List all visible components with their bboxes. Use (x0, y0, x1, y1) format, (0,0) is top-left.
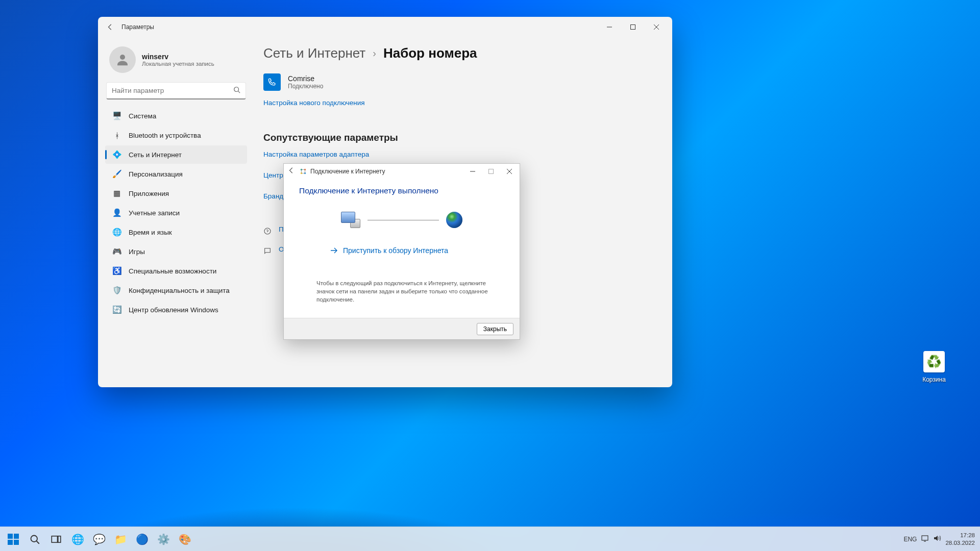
back-button[interactable] (104, 21, 116, 33)
nav-label: Игры (129, 248, 145, 256)
nav-label: Учетные записи (129, 209, 180, 217)
tray-date: 28.03.2022 (945, 539, 975, 546)
dialog-footer: Закрыть (284, 318, 520, 339)
avatar-icon (109, 46, 136, 73)
nav-label: Персонализация (129, 170, 183, 178)
taskbar: 🌐 💬 📁 🔵 ⚙️ 🎨 ENG 17:28 28.03.2022 (0, 527, 980, 551)
breadcrumb: Сеть и Интернет › Набор номера (263, 45, 654, 61)
sidebar-item-3[interactable]: 🖌️Персонализация (105, 165, 247, 183)
nav-icon: 🌐 (112, 228, 121, 237)
new-connection-link[interactable]: Настройка нового подключения (263, 99, 365, 107)
sidebar-item-9[interactable]: 🛡️Конфиденциальность и защита (105, 281, 247, 299)
dialog-minimize-button[interactable] (463, 164, 482, 179)
sidebar-item-8[interactable]: ♿Специальные возможности (105, 262, 247, 280)
link-adapter[interactable]: Настройка параметров адаптера (263, 151, 369, 158)
sidebar-item-6[interactable]: 🌐Время и язык (105, 223, 247, 241)
profile-sub: Локальная учетная запись (142, 61, 214, 67)
recycle-bin-icon: ♻️ (923, 351, 945, 372)
svg-rect-8 (489, 169, 494, 174)
search-input[interactable] (112, 87, 233, 94)
svg-rect-0 (631, 25, 635, 30)
dialog-maximize-button (482, 164, 500, 179)
close-button[interactable] (645, 19, 668, 35)
taskbar-app-edge[interactable]: 🔵 (132, 529, 152, 549)
dialog-back-button[interactable] (288, 167, 296, 176)
minimize-button[interactable] (598, 19, 621, 35)
svg-rect-12 (922, 536, 928, 540)
task-view-button[interactable] (46, 529, 66, 549)
nav-icon: 🔄 (112, 305, 121, 314)
dialog-close-button[interactable] (500, 164, 519, 179)
nav-icon: 🖌️ (112, 169, 121, 179)
nav-icon: ♿ (112, 266, 121, 276)
search-icon (233, 86, 240, 95)
nav-icon: ▦ (112, 189, 121, 198)
taskbar-search[interactable] (24, 529, 45, 549)
browse-internet-link[interactable]: Приступить к обзору Интернета (330, 246, 507, 255)
sidebar-item-0[interactable]: 🖥️Система (105, 107, 247, 125)
svg-point-2 (234, 87, 239, 91)
nav-icon: 🎮 (112, 247, 121, 256)
sidebar-item-4[interactable]: ▦Приложения (105, 184, 247, 203)
help-icon (263, 227, 273, 237)
connection-card[interactable]: Comrise Подключено (263, 73, 654, 91)
window-title: Параметры (121, 23, 154, 31)
titlebar: Параметры (98, 17, 672, 37)
tray-clock[interactable]: 17:28 28.03.2022 (945, 532, 975, 546)
network-icon (299, 167, 307, 176)
svg-point-1 (120, 55, 125, 60)
taskbar-app-browser1[interactable]: 🌐 (67, 529, 88, 549)
breadcrumb-parent[interactable]: Сеть и Интернет (263, 45, 365, 61)
svg-rect-10 (52, 536, 57, 542)
computer-icon (341, 212, 360, 228)
browse-label: Приступить к обзору Интернета (343, 246, 448, 255)
nav-label: Специальные возможности (129, 267, 216, 275)
sidebar-item-7[interactable]: 🎮Игры (105, 242, 247, 261)
sidebar-item-2[interactable]: 💠Сеть и Интернет (105, 145, 247, 164)
feedback-icon (263, 247, 273, 257)
nav-label: Время и язык (129, 229, 172, 236)
tray-time: 17:28 (945, 532, 975, 539)
related-heading: Сопутствующие параметры (263, 132, 654, 143)
recycle-bin-label: Корзина (922, 376, 946, 383)
tray-volume-icon[interactable] (933, 534, 941, 544)
profile-block[interactable]: winserv Локальная учетная запись (102, 41, 250, 82)
recycle-bin[interactable]: ♻️ Корзина (915, 351, 953, 384)
taskbar-app-settings[interactable]: ⚙️ (153, 529, 174, 549)
taskbar-app-teams[interactable]: 💬 (89, 529, 109, 549)
connection-line (368, 220, 439, 220)
nav-label: Сеть и Интернет (129, 151, 182, 159)
breadcrumb-current: Набор номера (383, 45, 477, 61)
sidebar-item-10[interactable]: 🔄Центр обновления Windows (105, 300, 247, 319)
dialog-heading: Подключение к Интернету выполнено (299, 186, 507, 195)
sidebar-item-1[interactable]: ᚼBluetooth и устройства (105, 126, 247, 144)
taskbar-app-explorer[interactable]: 📁 (110, 529, 131, 549)
search-box[interactable] (106, 82, 246, 99)
tray-language[interactable]: ENG (903, 536, 917, 543)
dialog-titlebar: Подключение к Интернету (284, 164, 520, 179)
nav-icon: 🖥️ (112, 111, 121, 120)
nav-list: 🖥️СистемаᚼBluetooth и устройства💠Сеть и … (102, 107, 250, 319)
close-dialog-button[interactable]: Закрыть (477, 323, 513, 335)
sidebar: winserv Локальная учетная запись 🖥️Систе… (102, 37, 250, 383)
nav-icon: 👤 (112, 208, 121, 217)
maximize-button[interactable] (621, 19, 645, 35)
svg-point-9 (31, 535, 38, 542)
nav-icon: 🛡️ (112, 286, 121, 295)
taskbar-app-paint[interactable]: 🎨 (175, 529, 195, 549)
nav-label: Конфиденциальность и защита (129, 287, 230, 294)
tray-network-icon[interactable] (921, 534, 929, 544)
connection-status: Подключено (288, 83, 323, 90)
nav-label: Bluetooth и устройства (129, 132, 201, 139)
svg-rect-11 (58, 536, 61, 542)
connection-name: Comrise (288, 74, 323, 83)
sidebar-item-5[interactable]: 👤Учетные записи (105, 204, 247, 222)
chevron-right-icon: › (373, 47, 376, 59)
profile-name: winserv (142, 53, 214, 61)
nav-icon: 💠 (112, 150, 121, 159)
globe-icon (446, 212, 462, 228)
nav-icon: ᚼ (112, 131, 121, 140)
nav-label: Система (129, 112, 156, 120)
internet-dialog: Подключение к Интернету Подключение к Ин… (283, 163, 520, 340)
start-button[interactable] (3, 529, 23, 549)
